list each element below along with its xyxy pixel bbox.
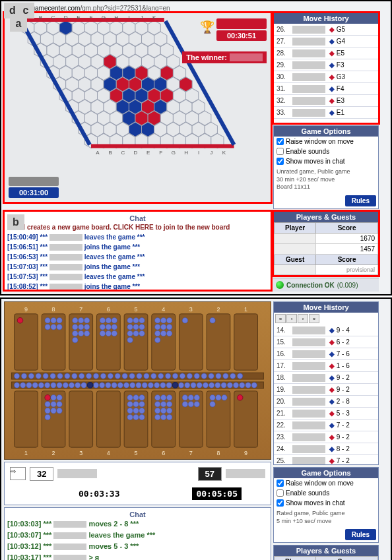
svg-point-192 — [166, 395, 172, 401]
chat-line: [15:06:53] *** leaves the game *** — [7, 252, 268, 262]
svg-text:B: B — [39, 15, 42, 20]
svg-point-128 — [78, 318, 84, 324]
svg-rect-202 — [179, 314, 203, 370]
svg-point-132 — [84, 324, 90, 330]
opt-sounds-b[interactable]: Enable sounds — [274, 488, 378, 498]
opt-showmoves-b[interactable]: Show moves in chat — [274, 498, 378, 508]
score-bar: ⇨ 32 57 00:03:33 00:05:05 — [4, 462, 271, 505]
move-row[interactable]: 26.◆ G5 — [274, 24, 378, 36]
move-row[interactable]: 22.◆ 7 - 2 — [274, 420, 378, 431]
svg-point-95 — [251, 383, 257, 388]
nav-last[interactable]: » — [309, 314, 319, 323]
svg-point-157 — [127, 324, 133, 330]
svg-text:8: 8 — [52, 306, 55, 313]
svg-point-196 — [154, 408, 160, 414]
svg-point-63 — [57, 383, 62, 388]
svg-point-53 — [223, 373, 228, 379]
opt-sounds[interactable]: Enable sounds — [274, 146, 378, 156]
toguz-game-board[interactable]: 918273645546372819 — [4, 301, 271, 460]
move-row[interactable]: 14.◆ 9 - 4 — [274, 325, 378, 336]
svg-point-195 — [166, 401, 172, 407]
svg-point-146 — [112, 324, 117, 330]
svg-point-116 — [45, 401, 51, 407]
svg-point-72 — [112, 383, 117, 388]
game-options-bot: Game Options Raise window on move Enable… — [273, 467, 379, 543]
move-row[interactable]: 27.◆ G4 — [274, 36, 378, 47]
move-row[interactable]: 28.◆ E5 — [274, 47, 378, 59]
chat-line: [15:08:52] *** joins the game *** — [7, 282, 268, 290]
svg-point-29 — [50, 373, 55, 379]
rules-button-b[interactable]: Rules — [345, 529, 376, 540]
svg-point-36 — [100, 373, 106, 379]
timer-right: 00:05:05 — [192, 487, 242, 500]
move-row[interactable]: 29.◆ F3 — [274, 59, 378, 71]
svg-text:H: H — [114, 15, 118, 20]
svg-point-197 — [160, 408, 166, 414]
move-row[interactable]: 16.◆ 7 - 6 — [274, 348, 378, 360]
svg-point-107 — [45, 318, 51, 324]
svg-point-84 — [185, 383, 190, 388]
svg-point-165 — [133, 395, 139, 401]
opt-raise-b[interactable]: Raise window on move — [274, 478, 378, 488]
winner-bar: The winner: — [182, 51, 267, 63]
move-history-bot: Move History « ‹ › » 14.◆ 9 - 415.◆ 6 - … — [273, 301, 379, 465]
svg-rect-213 — [207, 314, 230, 370]
rules-button[interactable]: Rules — [345, 195, 376, 206]
svg-point-27 — [36, 373, 41, 379]
svg-text:6: 6 — [107, 306, 110, 313]
move-row[interactable]: 30.◆ G3 — [274, 71, 378, 83]
svg-text:7: 7 — [79, 306, 82, 313]
svg-text:G: G — [102, 15, 106, 20]
move-row[interactable]: 15.◆ 6 - 2 — [274, 336, 378, 348]
timer-red: 00:30:51 — [216, 30, 267, 41]
svg-point-80 — [160, 383, 166, 388]
move-row[interactable]: 24.◆ 8 - 2 — [274, 443, 378, 455]
move-row[interactable]: 23.◆ 9 - 2 — [274, 431, 378, 443]
svg-point-58 — [26, 383, 32, 388]
svg-point-54 — [230, 373, 236, 379]
svg-point-57 — [20, 383, 26, 388]
svg-point-65 — [69, 383, 74, 388]
svg-point-47 — [180, 373, 185, 379]
move-row[interactable]: 21.◆ 5 - 3 — [274, 408, 378, 420]
svg-point-44 — [158, 373, 164, 379]
move-row[interactable]: 33.◆ E1 — [274, 107, 378, 119]
svg-point-24 — [14, 373, 19, 379]
svg-point-79 — [154, 383, 159, 388]
score-left: 32 — [30, 467, 53, 481]
svg-point-191 — [160, 395, 166, 401]
move-row[interactable]: 25.◆ 7 - 2 — [274, 455, 378, 464]
svg-point-35 — [93, 373, 98, 379]
hex-game-board[interactable]: a AABBCCDDEEFFGGHHIIJJKK 🏆 00:30:51 The … — [4, 13, 271, 202]
nav-prev[interactable]: ‹ — [286, 314, 297, 323]
svg-point-46 — [172, 373, 178, 379]
move-row[interactable]: 19.◆ 9 - 2 — [274, 384, 378, 396]
svg-point-119 — [45, 408, 51, 414]
move-row[interactable]: 32.◆ E3 — [274, 95, 378, 107]
opt-raise[interactable]: Raise window on move — [274, 137, 378, 146]
hex-grid: AABBCCDDEEFFGGHHIIJJKK — [5, 13, 271, 202]
svg-point-55 — [238, 373, 243, 379]
svg-point-193 — [154, 401, 160, 407]
move-row[interactable]: 18.◆ 9 - 2 — [274, 372, 378, 384]
svg-point-121 — [57, 408, 63, 414]
move-row[interactable]: 20.◆ 2 - 8 — [274, 396, 378, 408]
svg-point-108 — [51, 318, 57, 324]
opt-showmoves[interactable]: Show moves in chat — [274, 156, 378, 166]
move-row[interactable]: 31.◆ F4 — [274, 83, 378, 95]
svg-point-28 — [43, 373, 48, 379]
svg-point-164 — [127, 395, 133, 401]
svg-point-59 — [32, 383, 38, 388]
svg-point-218 — [210, 395, 216, 401]
panel-label-b: b — [7, 214, 24, 230]
svg-point-194 — [160, 401, 166, 407]
svg-point-30 — [57, 373, 63, 379]
svg-point-173 — [127, 414, 133, 420]
svg-text:8: 8 — [216, 450, 220, 456]
svg-point-52 — [216, 373, 221, 379]
nav-next[interactable]: › — [298, 314, 308, 323]
svg-point-87 — [203, 383, 208, 388]
svg-point-110 — [45, 324, 51, 330]
nav-first[interactable]: « — [275, 314, 286, 323]
move-row[interactable]: 17.◆ 1 - 6 — [274, 360, 378, 372]
